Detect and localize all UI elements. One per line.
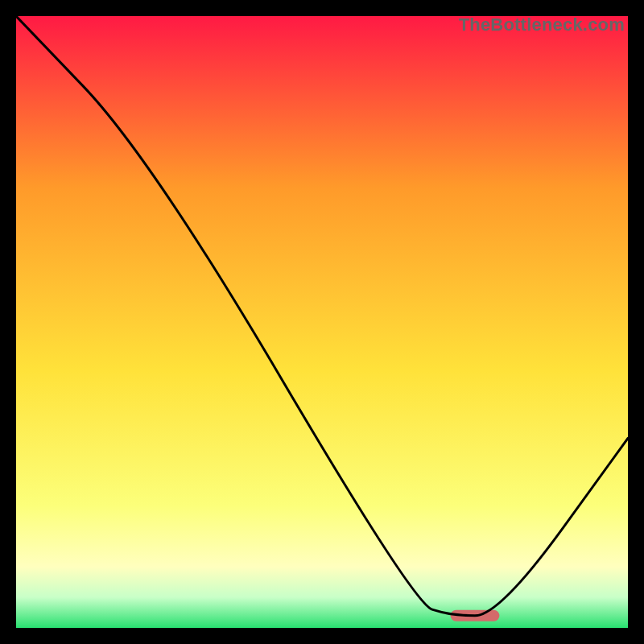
plot-background: [16, 16, 628, 628]
chart-frame: TheBottleneck.com: [16, 16, 628, 628]
chart-svg: [16, 16, 628, 628]
watermark-text: TheBottleneck.com: [459, 14, 625, 35]
